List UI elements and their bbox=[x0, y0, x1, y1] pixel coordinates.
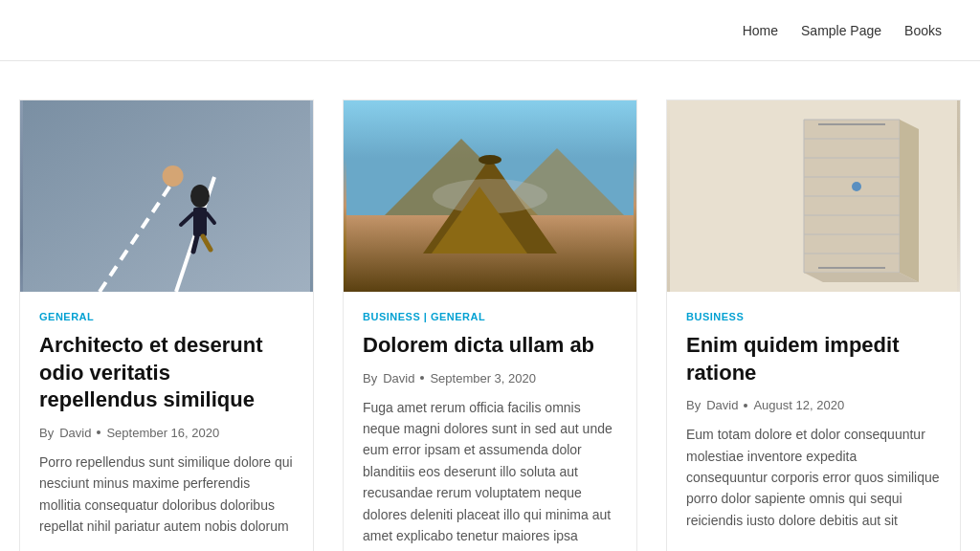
by-label: By bbox=[686, 398, 701, 412]
author-name: David bbox=[383, 371, 414, 386]
svg-rect-5 bbox=[193, 208, 207, 236]
meta-dot bbox=[420, 376, 424, 380]
card-body: BUSINESS | GENERAL Dolorem dicta ullam a… bbox=[344, 292, 636, 551]
svg-marker-33 bbox=[804, 273, 919, 282]
meta-dot bbox=[97, 430, 100, 434]
card-image-container bbox=[20, 100, 313, 292]
svg-rect-1 bbox=[23, 100, 310, 292]
card-excerpt: Porro repellendus sunt similique dolore … bbox=[39, 452, 294, 538]
card-category: GENERAL bbox=[39, 311, 294, 322]
site-header: HomeSample PageBooks bbox=[0, 0, 980, 61]
post-date: August 12, 2020 bbox=[753, 398, 844, 412]
svg-point-4 bbox=[190, 185, 210, 208]
svg-marker-32 bbox=[900, 120, 919, 282]
card-category: BUSINESS bbox=[686, 311, 941, 322]
post-date: September 3, 2020 bbox=[430, 371, 536, 386]
card-category: BUSINESS | GENERAL bbox=[363, 311, 617, 322]
card-title: Architecto et deserunt odio veritatis re… bbox=[39, 332, 294, 414]
card-image-container bbox=[344, 100, 636, 292]
card-title: Dolorem dicta ullam ab bbox=[363, 332, 617, 360]
card-image-mountain bbox=[344, 100, 636, 292]
post-date: September 16, 2020 bbox=[106, 426, 219, 440]
card-image-stairs bbox=[667, 100, 960, 292]
nav-link-sample-page[interactable]: Sample Page bbox=[801, 23, 881, 38]
card-excerpt: Fuga amet rerum officia facilis omnis ne… bbox=[363, 397, 617, 547]
card-0: GENERAL Architecto et deserunt odio veri… bbox=[19, 99, 314, 551]
card-title: Enim quidem impedit ratione bbox=[686, 332, 941, 386]
card-meta: By David August 12, 2020 bbox=[686, 398, 941, 412]
card-image-container bbox=[667, 100, 960, 292]
nav-link-books[interactable]: Books bbox=[904, 23, 942, 38]
card-2: BUSINESS Enim quidem impedit ratione By … bbox=[666, 99, 961, 551]
author-name: David bbox=[706, 398, 738, 412]
by-label: By bbox=[39, 426, 54, 440]
card-body: GENERAL Architecto et deserunt odio veri… bbox=[20, 292, 313, 551]
card-meta: By David September 3, 2020 bbox=[363, 371, 617, 386]
author-name: David bbox=[59, 426, 91, 440]
card-body: BUSINESS Enim quidem impedit ratione By … bbox=[667, 292, 960, 550]
nav-link-home[interactable]: Home bbox=[743, 23, 778, 38]
site-nav: HomeSample PageBooks bbox=[743, 23, 942, 38]
card-1: BUSINESS | GENERAL Dolorem dicta ullam a… bbox=[343, 99, 637, 551]
main-content: GENERAL Architecto et deserunt odio veri… bbox=[0, 61, 980, 551]
card-grid: GENERAL Architecto et deserunt odio veri… bbox=[19, 99, 961, 551]
card-image-person bbox=[20, 100, 313, 292]
by-label: By bbox=[363, 371, 377, 386]
svg-point-34 bbox=[852, 182, 861, 191]
card-excerpt: Eum totam dolore et dolor consequuntur m… bbox=[686, 424, 941, 531]
svg-point-15 bbox=[479, 155, 501, 165]
svg-point-16 bbox=[433, 179, 547, 213]
meta-dot bbox=[744, 404, 747, 408]
card-meta: By David September 16, 2020 bbox=[39, 426, 294, 440]
